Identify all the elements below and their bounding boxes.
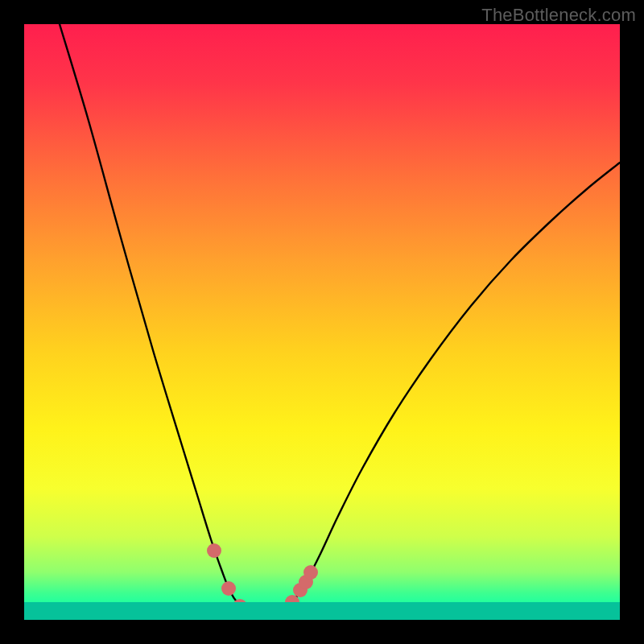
plot-area: [24, 24, 620, 620]
stage: TheBottleneck.com: [0, 0, 644, 644]
bottom-band: [24, 24, 620, 620]
svg-rect-1: [24, 602, 620, 620]
watermark-text: TheBottleneck.com: [481, 5, 636, 26]
